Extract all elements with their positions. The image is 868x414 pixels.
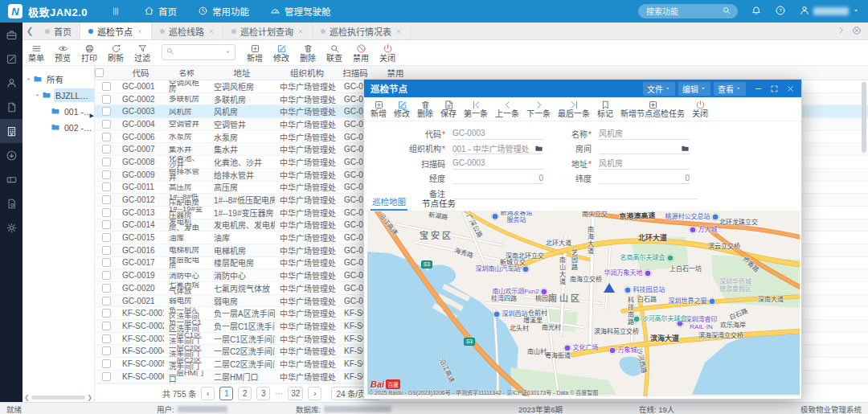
dialog-tab-节点任务[interactable]: 节点任务 — [420, 197, 457, 211]
field-input-房间[interactable] — [599, 142, 690, 154]
checkbox[interactable] — [102, 208, 111, 217]
row-select[interactable] — [95, 169, 117, 181]
help-icon[interactable]: ? — [775, 5, 786, 18]
poi-marker-icon[interactable] — [541, 289, 548, 296]
ticket-icon[interactable] — [0, 167, 23, 191]
download-icon[interactable] — [0, 143, 23, 167]
person-icon[interactable] — [0, 71, 23, 95]
tab-scroll-left-icon[interactable]: ❮ — [23, 23, 37, 39]
field-input-代码[interactable]: GC-0003 — [452, 128, 543, 140]
table-vscrollbar[interactable] — [862, 82, 866, 381]
tab-巡检线路[interactable]: 巡检线路 — [152, 23, 223, 39]
toolbar-button-新增节点巡检任务[interactable]: 新增节点巡检任务 — [620, 100, 685, 118]
checkbox[interactable] — [102, 359, 111, 368]
tab-首页[interactable]: 首页 — [37, 23, 80, 39]
checkbox[interactable] — [102, 158, 111, 166]
topnav-管理驾驶舱[interactable]: 管理驾驶舱 — [270, 5, 331, 18]
toolbar-button-删除[interactable]: 删除 — [297, 43, 318, 63]
poi-marker-icon[interactable] — [712, 214, 719, 221]
row-select[interactable] — [95, 232, 117, 244]
toolbar-button-关闭[interactable]: 关闭 — [377, 43, 398, 63]
scroll-left-icon[interactable]: ❮ — [24, 394, 30, 401]
checkbox[interactable] — [102, 170, 111, 179]
caret-down-icon[interactable] — [25, 76, 33, 83]
field-input-组织机构[interactable]: 001 - 中华广场管理处 — [452, 142, 543, 154]
row-select[interactable] — [95, 320, 117, 332]
header-select-all[interactable] — [95, 66, 117, 80]
minimize-icon[interactable] — [754, 84, 763, 93]
toolbar-button-过滤[interactable]: 过滤 — [132, 43, 153, 63]
row-select[interactable] — [95, 333, 117, 345]
checkbox[interactable] — [102, 82, 111, 91]
file-icon[interactable] — [0, 95, 23, 119]
scroll-right-icon[interactable]: ❯ — [87, 394, 92, 401]
bell-icon[interactable] — [751, 5, 762, 18]
checkbox[interactable] — [102, 322, 111, 330]
compose-icon[interactable] — [0, 47, 23, 71]
poi-marker-icon[interactable] — [690, 227, 697, 234]
checkbox[interactable] — [102, 258, 111, 267]
row-select[interactable] — [95, 358, 117, 370]
column-header-名称[interactable]: 名称 — [164, 66, 209, 80]
row-select[interactable] — [95, 244, 117, 256]
tree-hscrollbar[interactable]: ❮ ❯ — [24, 394, 92, 401]
toolbar-button-最后一条[interactable]: 最后一条 — [558, 100, 590, 118]
row-select[interactable] — [95, 131, 117, 143]
field-input-备注[interactable] — [452, 187, 698, 199]
tab-close-icon[interactable] — [297, 28, 304, 35]
dialog-menu-文件[interactable]: 文件 — [643, 82, 675, 96]
scroll-thumb[interactable] — [31, 396, 86, 400]
toolbar-button-新增[interactable]: 新增 — [244, 43, 265, 63]
row-select[interactable] — [95, 269, 117, 281]
poi-marker-icon[interactable] — [493, 311, 501, 318]
topnav-首页[interactable]: 首页 — [144, 5, 177, 18]
user-menu[interactable] — [799, 5, 860, 18]
row-select[interactable] — [95, 93, 117, 105]
row-select[interactable] — [95, 219, 117, 232]
page-button-3[interactable]: 3 — [256, 387, 270, 400]
field-input-扫描码[interactable]: GC-0003 — [452, 158, 543, 170]
maximize-icon[interactable] — [770, 84, 779, 93]
field-input-经度[interactable]: 0 — [452, 172, 543, 184]
tree-item[interactable]: BJZLLHWY - 北 — [23, 87, 94, 103]
row-select[interactable] — [95, 182, 117, 194]
tree-item[interactable]: 002 - 中华园 — [23, 119, 94, 135]
dialog-titlebar[interactable]: 巡检节点 文件编辑查看 — [364, 80, 801, 97]
dialog-tab-巡检地图[interactable]: 巡检地图 — [371, 195, 407, 211]
toolbar-button-下一条[interactable]: 下一条 — [526, 100, 551, 118]
checkbox[interactable] — [102, 145, 111, 154]
next-page-button[interactable]: › — [308, 387, 321, 400]
tab-close-icon[interactable] — [137, 28, 143, 35]
checkbox[interactable] — [102, 297, 111, 305]
checkbox[interactable] — [102, 246, 111, 255]
briefcase-icon[interactable] — [0, 23, 23, 47]
field-input-纬度[interactable]: 0 — [599, 172, 690, 184]
checkbox[interactable] — [102, 233, 111, 242]
toolbar-button-保存[interactable]: 保存 — [440, 100, 457, 118]
column-header-扫描码[interactable]: 扫描码 — [339, 66, 371, 80]
map-pin-icon[interactable] — [604, 283, 615, 293]
row-select[interactable] — [95, 105, 117, 117]
row-select[interactable] — [95, 143, 117, 155]
checkbox[interactable] — [102, 120, 111, 129]
tree-item[interactable]: 所有 — [23, 71, 94, 87]
dialog-menu-查看[interactable]: 查看 — [714, 82, 746, 96]
row-select[interactable] — [95, 194, 117, 206]
search-icon[interactable] — [722, 6, 731, 17]
toolbar-button-菜单[interactable]: 菜单 — [26, 43, 47, 63]
row-select[interactable] — [95, 156, 117, 168]
checkbox[interactable] — [102, 220, 111, 229]
poi-marker-icon[interactable] — [633, 316, 641, 323]
checkbox[interactable] — [95, 68, 104, 77]
row-select[interactable] — [95, 207, 117, 219]
poi-marker-icon[interactable] — [492, 213, 499, 220]
caret-down-icon[interactable] — [34, 92, 42, 99]
poi-marker-icon[interactable] — [624, 287, 632, 294]
toolbar-button-修改[interactable]: 修改 — [271, 43, 292, 63]
checkbox[interactable] — [102, 284, 111, 293]
page-button-2[interactable]: 2 — [238, 387, 252, 400]
row-select[interactable] — [95, 371, 117, 383]
toolbar-button-打印[interactable]: 打印 — [79, 43, 100, 63]
tree-item[interactable]: 001 - 中华广 — [23, 103, 94, 119]
dialog-menu-编辑[interactable]: 编辑 — [678, 82, 710, 96]
